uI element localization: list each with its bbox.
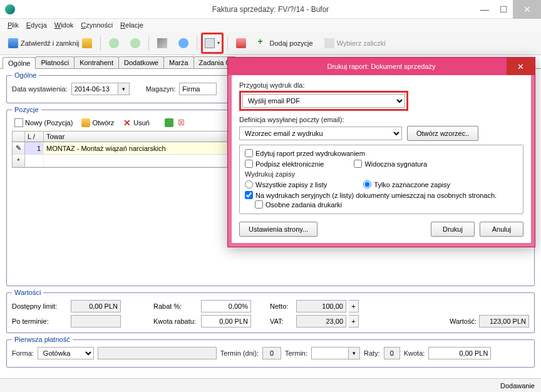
input-kwota[interactable] (428, 347, 491, 359)
select-advances-button[interactable]: Wybierz zaliczki (320, 34, 390, 52)
tab-kontrahent[interactable]: Kontrahent (74, 56, 119, 68)
input-data-wystawienia[interactable] (71, 83, 118, 95)
input-forma-extra (98, 347, 217, 359)
save-icon (8, 38, 18, 48)
minimize-button[interactable]: — (475, 0, 494, 19)
input-magazyn[interactable] (179, 83, 217, 95)
input-termin-dni[interactable] (262, 347, 281, 359)
input-vat (296, 315, 346, 328)
input-termin[interactable] (311, 347, 349, 359)
document-icon (14, 118, 23, 127)
select-forma[interactable]: Gotówka (38, 347, 94, 359)
label-widoczna-sygnatura: Widoczna sygnatura (364, 160, 427, 168)
titlebar: Faktura sprzedaży: FV/?/14 - Bufor — ☐ ✕ (0, 0, 541, 19)
chk-seryjne[interactable] (245, 191, 253, 199)
dialog-titlebar: Drukuj raport: Dokument sprzedaży ✕ (228, 58, 535, 75)
plus-icon (257, 38, 267, 48)
label-podpisz: Podpisz elektronicznie (255, 160, 324, 168)
page-settings-button[interactable]: Ustawienia strony... (239, 222, 317, 237)
tab-dodatkowe[interactable]: Dodatkowe (118, 56, 164, 68)
tab-platnosci[interactable]: Płatności (35, 56, 75, 68)
nav-back-button[interactable] (105, 34, 123, 52)
status-text: Dodawanie (500, 382, 535, 389)
label-po-terminie: Po terminie: (12, 317, 68, 325)
select-przygotuj-wydruk[interactable]: Wyślij email PDF (242, 94, 405, 108)
chk-edytuj-raport[interactable] (245, 149, 253, 157)
label-forma: Forma: (12, 349, 34, 357)
input-po-terminie (71, 315, 121, 328)
menu-edycja[interactable]: Edycja (26, 21, 47, 29)
cell-lp: 1 (25, 142, 44, 154)
label-wartosc: Wartość: (450, 317, 477, 325)
printer-icon (205, 38, 215, 48)
cancel-button[interactable]: Anuluj (480, 222, 523, 237)
maximize-button[interactable]: ☐ (494, 0, 513, 19)
col-lp[interactable]: L / (25, 132, 44, 142)
row-selector[interactable]: ✎ (13, 142, 25, 154)
legend-ogolne: Ogólne (12, 71, 39, 79)
label-seryjne: Na wydrukach seryjnych (z listy) dokumen… (255, 192, 497, 199)
input-raty[interactable] (384, 347, 400, 359)
dialog-close-button[interactable]: ✕ (507, 58, 535, 75)
menu-czynnosci[interactable]: Czynności (81, 21, 113, 29)
refresh-button[interactable] (174, 34, 193, 52)
add-positions-button[interactable]: Dodaj pozycje (253, 34, 317, 52)
chk-podpisz[interactable] (245, 160, 253, 168)
group-wartosci: Wartości Dostępny limit: Rabat %: Netto:… (6, 289, 535, 333)
menu-widok[interactable]: Widok (54, 21, 74, 29)
refresh-icon (178, 38, 188, 48)
termin-dropdown-button[interactable]: ▾ (349, 347, 360, 359)
uncheck-icon[interactable]: ☒ (177, 118, 186, 127)
print-dialog: Drukuj raport: Dokument sprzedaży ✕ Przy… (227, 57, 535, 247)
delete-position-button[interactable]: ✕ Usuń (120, 117, 152, 128)
check-icon[interactable] (165, 118, 173, 127)
select-advances-label: Wybierz zaliczki (337, 39, 386, 47)
label-raty: Raty: (364, 349, 380, 357)
input-rabat[interactable] (201, 300, 251, 312)
label-edytuj-raport: Edytuj raport przed wydrukowaniem (255, 150, 365, 157)
menubar: Plik Edycja Widok Czynności Relacje (0, 19, 541, 31)
open-position-button[interactable]: Otwórz (79, 117, 116, 128)
label-termin: Termin: (285, 349, 307, 357)
open-template-button[interactable]: Otwórz wzorzec.. (407, 126, 478, 141)
advances-icon (324, 38, 334, 48)
save-close-button[interactable]: Zatwierdź i zamknij (4, 34, 96, 52)
options-box: Edytuj raport przed wydrukowaniem Podpis… (239, 145, 523, 214)
dialog-title: Drukuj raport: Dokument sprzedaży (327, 63, 435, 70)
chk-widoczna-sygnatura[interactable] (354, 160, 362, 168)
legend-pozycje: Pozycje (12, 106, 41, 113)
input-dostepny-limit (71, 300, 121, 312)
tab-ogolne[interactable]: Ogólne (3, 57, 36, 69)
label-wszystkie: Wszystkie zapisy z listy (255, 181, 327, 188)
nav-forward-button[interactable] (126, 34, 145, 52)
close-button[interactable]: ✕ (513, 0, 541, 19)
new-position-button[interactable]: Nowy (Pozycja) (12, 117, 75, 128)
date-dropdown-button[interactable]: ▾ (118, 83, 130, 95)
label-wydrukuj-zapisy: Wydrukuj zapisy (245, 170, 518, 178)
label-kwota-rabatu: Kwota rabatu: (153, 317, 198, 325)
label-rabat: Rabat %: (153, 302, 198, 310)
pin-button[interactable] (232, 34, 250, 52)
print-action-button[interactable]: Drukuj (431, 222, 475, 237)
netto-plus-button[interactable]: + (349, 300, 359, 312)
print-button[interactable]: ▾ (201, 33, 224, 54)
menu-relacje[interactable]: Relacje (120, 21, 143, 29)
select-def-poczty[interactable]: Wzorzec email z wydruku (239, 126, 402, 140)
tab-marza[interactable]: Marża (163, 56, 194, 68)
label-def-poczty: Definicja wysyłanej poczty (email): (239, 116, 523, 123)
radio-tylko-zaznaczone[interactable] (363, 180, 371, 188)
delete-icon: ✕ (123, 118, 131, 127)
label-dostepny-limit: Dostępny limit: (12, 302, 68, 310)
menu-plik[interactable]: Plik (8, 21, 19, 29)
vat-plus-button[interactable]: + (349, 315, 359, 328)
chk-osobne-zadania[interactable] (255, 200, 263, 209)
input-kwota-rabatu[interactable] (201, 315, 251, 328)
app-icon (5, 4, 15, 14)
input-wartosc (479, 315, 529, 328)
label-przygotuj: Przygotuj wydruk dla: (239, 81, 523, 89)
statusbar: Dodawanie (0, 378, 541, 392)
tools-button[interactable] (153, 34, 172, 52)
legend-wartosci: Wartości (12, 289, 43, 296)
add-positions-label: Dodaj pozycje (270, 39, 313, 47)
radio-wszystkie[interactable] (245, 180, 253, 188)
